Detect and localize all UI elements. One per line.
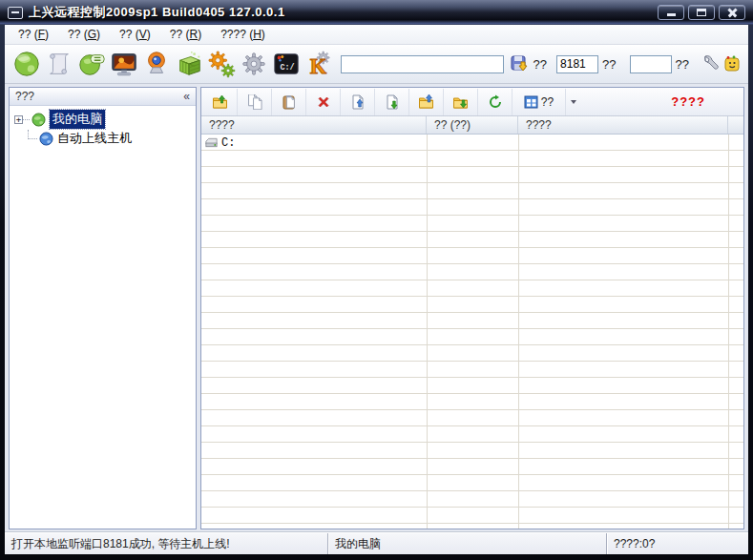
tree-item-label: 自动上线主机 — [57, 130, 132, 147]
column-header-size[interactable]: ?? (??) — [427, 116, 518, 134]
script-button[interactable] — [43, 48, 75, 80]
process-manager-button[interactable]: K — [303, 48, 335, 80]
download-file-button[interactable] — [375, 89, 409, 115]
content-area: ??? « + 我的电脑 — [5, 84, 748, 532]
file-browser-panel: ?? ???? ???? ?? (??) ???? — [200, 87, 744, 529]
app-window: 上兴远程控制2009sp1 Build0405 127.0.0.1 ?? (F)… — [0, 0, 753, 560]
smiley-icon — [722, 54, 742, 73]
registry-button[interactable] — [173, 48, 205, 80]
drive-name: C: — [221, 136, 235, 150]
chat-button[interactable] — [75, 48, 108, 80]
blue-globe-icon — [39, 132, 53, 146]
port-label: ?? — [602, 57, 616, 72]
refresh-icon — [488, 94, 503, 110]
window-controls — [658, 5, 745, 20]
tree-item-auto-online-hosts[interactable]: 自动上线主机 — [10, 129, 196, 148]
upload-folder-button[interactable] — [409, 89, 444, 115]
paste-icon — [282, 94, 297, 110]
hosts-sidebar: ??? « + 我的电脑 — [9, 87, 197, 529]
file-table-body: C: — [201, 135, 743, 529]
extra-label: ?? — [676, 57, 689, 72]
menu-file[interactable]: ?? (F) — [9, 26, 58, 43]
terminal-button[interactable]: C:/ — [270, 48, 303, 80]
view-mode-dropdown[interactable] — [566, 89, 581, 115]
save-icon — [510, 54, 529, 73]
main-toolbar: C:/ K ?? ?? ?? — [5, 45, 748, 84]
table-row-drive-c[interactable]: C: — [201, 135, 743, 151]
close-button[interactable] — [719, 5, 745, 20]
monitor-icon — [110, 50, 138, 78]
upload-file-icon — [350, 94, 366, 110]
column-header-name[interactable]: ???? — [201, 116, 427, 134]
screen-capture-button[interactable] — [108, 48, 140, 80]
chevron-down-icon — [571, 100, 576, 104]
copy-icon — [247, 94, 262, 110]
status-online-count: ????:0? — [606, 533, 748, 554]
view-mode-button[interactable]: ?? — [512, 89, 566, 115]
download-folder-icon — [452, 94, 469, 110]
sidebar-title: ??? — [15, 90, 34, 103]
upload-file-button[interactable] — [341, 89, 375, 115]
file-table-header: ???? ?? (??) ???? — [201, 116, 743, 135]
minimize-icon — [667, 13, 676, 16]
window-title: 上兴远程控制2009sp1 Build0405 127.0.0.1 — [29, 4, 285, 21]
up-folder-button[interactable] — [203, 89, 238, 115]
collapse-sidebar-button[interactable]: « — [183, 90, 190, 103]
gears-icon — [207, 50, 236, 78]
save-label: ?? — [533, 57, 547, 72]
menu-bar: ?? (F) ?? (G) ?? (V) ?? (R) ???? (H) — [5, 25, 748, 45]
delete-icon — [316, 94, 331, 110]
tools-button[interactable] — [701, 53, 722, 74]
delete-button[interactable] — [306, 89, 341, 115]
green-globe-icon — [31, 113, 46, 127]
about-button[interactable] — [722, 53, 743, 74]
address-input[interactable] — [341, 55, 504, 73]
tree-item-my-computer[interactable]: + 我的电脑 — [10, 110, 196, 129]
hard-disk-icon — [204, 137, 219, 149]
paste-button[interactable] — [272, 89, 306, 115]
globe-icon — [12, 50, 41, 78]
services-button[interactable] — [205, 48, 238, 80]
k-gear-icon: K — [304, 50, 333, 78]
terminal-icon: C:/ — [272, 50, 301, 78]
upload-folder-icon — [418, 94, 434, 110]
settings-button[interactable] — [238, 48, 270, 80]
host-tree: + 我的电脑 — [10, 106, 196, 148]
minimize-button[interactable] — [658, 5, 684, 20]
extra-input[interactable] — [630, 55, 672, 73]
column-header-empty[interactable] — [728, 116, 743, 134]
view-grid-icon — [524, 95, 538, 109]
refresh-button[interactable] — [478, 89, 512, 115]
title-bar: 上兴远程控制2009sp1 Build0405 127.0.0.1 — [0, 0, 753, 25]
webcam-button[interactable] — [140, 48, 173, 80]
status-message: 打开本地监听端口8181成功, 等待主机上线! — [5, 533, 327, 554]
folder-up-icon — [212, 94, 228, 110]
app-icon — [8, 7, 23, 19]
save-list-button[interactable] — [509, 53, 530, 74]
expand-icon[interactable]: + — [14, 115, 23, 124]
file-toolbar: ?? ???? — [201, 88, 743, 116]
svg-text:K: K — [310, 54, 327, 78]
status-bar: 打开本地监听端口8181成功, 等待主机上线! 我的电脑 ????:0? — [5, 532, 748, 554]
maximize-icon — [697, 9, 706, 16]
svg-text:C:/: C:/ — [280, 63, 294, 73]
webcam-icon — [142, 50, 171, 78]
status-current-host: 我的电脑 — [327, 533, 606, 554]
globe-chat-icon — [77, 50, 106, 78]
download-folder-button[interactable] — [444, 89, 478, 115]
download-file-icon — [385, 94, 400, 110]
menu-view[interactable]: ?? (V) — [110, 26, 160, 43]
remote-desktop-button[interactable] — [10, 48, 43, 80]
menu-help[interactable]: ???? (H) — [211, 26, 275, 43]
tree-item-label: 我的电脑 — [50, 110, 105, 129]
file-toolbar-notice: ???? — [671, 94, 705, 109]
column-header-type[interactable]: ???? — [518, 116, 728, 134]
port-input[interactable] — [556, 55, 598, 73]
menu-run[interactable]: ?? (R) — [160, 26, 211, 43]
maximize-button[interactable] — [688, 5, 715, 20]
sidebar-header: ??? « — [10, 88, 196, 106]
copy-button[interactable] — [238, 89, 272, 115]
menu-tools[interactable]: ?? (G) — [58, 26, 110, 43]
close-icon — [727, 8, 738, 18]
wrench-icon — [701, 54, 721, 73]
